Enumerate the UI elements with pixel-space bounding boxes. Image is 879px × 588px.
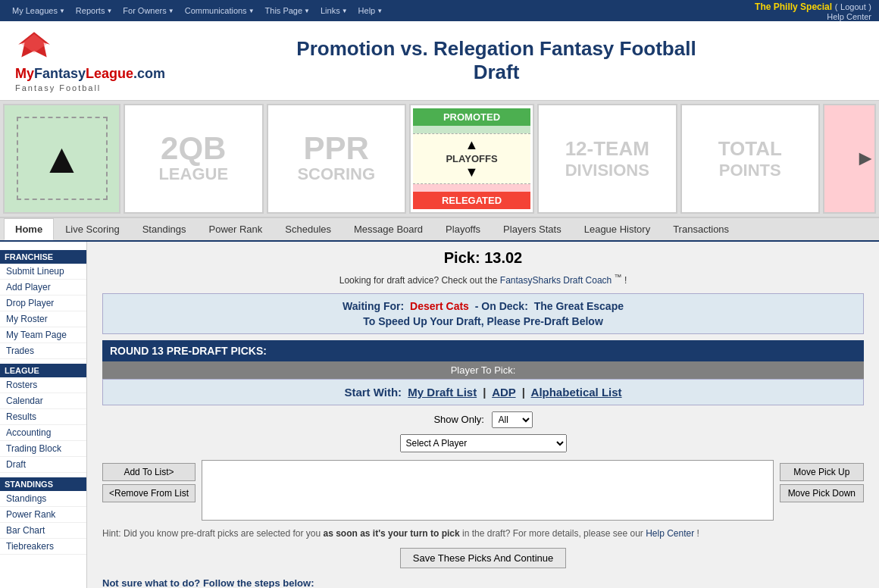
adp-link[interactable]: ADP [492,386,515,399]
player-to-pick-bar: Player To Pick: [102,361,864,379]
card-2qb-sub: LEAGUE [158,164,228,184]
sidebar-item-trading-block[interactable]: Trading Block [0,441,86,457]
save-button-row: Save These Picks And Continue [102,548,864,568]
nav-dropdown-arrow: ▼ [304,8,310,14]
sidebar-item-power-rank[interactable]: Power Rank [0,507,86,523]
on-deck-team-link[interactable]: The Great Escape [534,300,624,312]
sidebar-item-submit-lineup[interactable]: Submit Lineup [0,264,86,280]
page-header: MyFantasyLeague.com Fantasy Football Pro… [0,21,879,101]
tab-power-rank[interactable]: Power Rank [198,218,274,240]
show-only-label: Show Only: [433,414,483,425]
tab-transactions[interactable]: Transactions [662,218,740,240]
main-navigation-tabs: Home Live Scoring Standings Power Rank S… [0,218,879,242]
logo-text: MyFantasyLeague.com Fantasy Football [15,67,129,92]
logo-league-text: League [86,66,133,81]
player-select-dropdown[interactable]: Select A Player [400,434,567,452]
waiting-team-link[interactable]: Desert Cats [410,300,469,312]
tab-live-scoring[interactable]: Live Scoring [54,218,131,240]
promo-playoffs-label: PLAYOFFS [446,153,497,164]
sidebar-item-my-roster[interactable]: My Roster [0,311,86,327]
draft-list-box[interactable] [202,460,774,521]
page-title-line2: Draft [129,61,864,84]
main-content: FRANCHISE Submit Lineup Add Player Drop … [0,242,879,588]
draft-content-area: Pick: 13.02 Looking for draft advice? Ch… [87,242,879,588]
card-total-points: TOTAL POINTS [680,104,821,214]
remove-from-list-button[interactable]: <Remove From List [102,484,196,502]
sidebar-standings-header: STANDINGS [0,477,86,491]
not-sure-section: Not sure what to do? Follow the steps be… [102,577,864,588]
card-ppr: PPR SCORING [267,104,407,214]
draft-buttons-left: Add To List> <Remove From List [102,460,196,502]
nav-dropdown-arrow: ▼ [342,8,348,14]
card-ppr-sub: SCORING [297,164,375,184]
hint-bold: as soon as it's your turn to pick [323,528,459,539]
card-arrow-up: ▲ [3,104,120,214]
sidebar-item-rosters[interactable]: Rosters [0,377,86,393]
sidebar-item-add-player[interactable]: Add Player [0,280,86,296]
nav-for-owners[interactable]: For Owners ▼ [118,5,178,17]
nav-this-page[interactable]: This Page ▼ [261,5,314,17]
help-center-link[interactable]: Help Center [755,12,871,21]
move-pick-up-button[interactable]: Move Pick Up [780,463,864,481]
card-total-text: TOTAL [718,137,782,161]
header-title: Promotion vs. Relegation Fantasy Footbal… [129,37,864,84]
nav-my-leagues-label: My Leagues [12,6,58,15]
top-navigation: My Leagues ▼ Reports ▼ For Owners ▼ Comm… [0,0,879,21]
round-header: ROUND 13 PRE-DRAFT PICKS: [102,340,864,361]
sidebar-item-accounting[interactable]: Accounting [0,425,86,441]
move-pick-down-button[interactable]: Move Pick Down [780,484,864,502]
tab-home[interactable]: Home [4,218,54,240]
waiting-line2: To Speed Up Your Draft, Please Pre-Draft… [109,315,857,327]
tab-league-history[interactable]: League History [573,218,662,240]
nav-reports[interactable]: Reports ▼ [71,5,117,17]
trademark-symbol: ™ [615,273,622,281]
start-with-label: Start With: [344,386,402,399]
tab-schedules[interactable]: Schedules [274,218,343,240]
logo-my-text: My [15,66,34,81]
hint-prefix: Hint: Did you know pre-draft picks are s… [102,528,323,539]
hint-text: Hint: Did you know pre-draft picks are s… [102,527,864,540]
site-name-link[interactable]: The Philly Special [755,2,832,12]
sidebar-item-standings[interactable]: Standings [0,491,86,507]
card-12team-text: 12-TEAM [565,137,649,161]
promo-relegated-label: RELEGATED [413,192,530,209]
tab-standings[interactable]: Standings [131,218,198,240]
tab-players-stats[interactable]: Players Stats [492,218,573,240]
card-pink-partial: ► [823,104,876,214]
nav-dropdown-arrow: ▼ [377,8,383,14]
logout-link[interactable]: Logout [840,2,866,11]
card-total-sub: POINTS [719,161,781,180]
tab-playoffs[interactable]: Playoffs [434,218,492,240]
sidebar-franchise-header: FRANCHISE [0,250,86,264]
sidebar-item-bar-chart[interactable]: Bar Chart [0,523,86,539]
sidebar-item-results[interactable]: Results [0,409,86,425]
card-2qb: 2QB LEAGUE [124,104,264,214]
filter-row: Show Only: All QB RB WR TE K DEF [102,411,864,428]
add-to-list-button[interactable]: Add To List> [102,463,196,481]
on-deck-label: - On Deck: [475,300,528,312]
sidebar-item-trades[interactable]: Trades [0,343,86,359]
card-12team-sub: DIVISIONS [565,161,649,180]
sidebar: FRANCHISE Submit Lineup Add Player Drop … [0,242,87,588]
sidebar-item-draft[interactable]: Draft [0,457,86,473]
show-only-select[interactable]: All QB RB WR TE K DEF [492,411,533,428]
sidebar-item-drop-player[interactable]: Drop Player [0,296,86,311]
sidebar-item-my-team-page[interactable]: My Team Page [0,327,86,343]
draft-main-area: Add To List> <Remove From List Move Pick… [102,460,864,521]
sidebar-item-tiebreakers[interactable]: Tiebreakers [0,539,86,555]
save-picks-button[interactable]: Save These Picks And Continue [400,548,567,568]
hint-help-center-link[interactable]: Help Center [646,528,694,539]
tab-message-board[interactable]: Message Board [343,218,434,240]
nav-my-leagues[interactable]: My Leagues ▼ [8,5,70,17]
logo-fantasy-text: Fantasy [34,66,86,81]
nav-communications[interactable]: Communications ▼ [180,5,259,17]
fantasy-sharks-link[interactable]: FantasySharks Draft Coach [500,275,612,286]
pick-title: Pick: 13.02 [102,249,864,267]
sidebar-item-calendar[interactable]: Calendar [0,393,86,409]
nav-links[interactable]: Links ▼ [316,5,352,17]
my-draft-list-link[interactable]: My Draft List [408,386,477,399]
nav-help[interactable]: Help ▼ [354,5,388,17]
draft-advice-end: ! [624,275,627,286]
logo-sub-text: Fantasy Football [15,83,129,92]
alphabetical-list-link[interactable]: Alphabetical List [531,386,622,399]
